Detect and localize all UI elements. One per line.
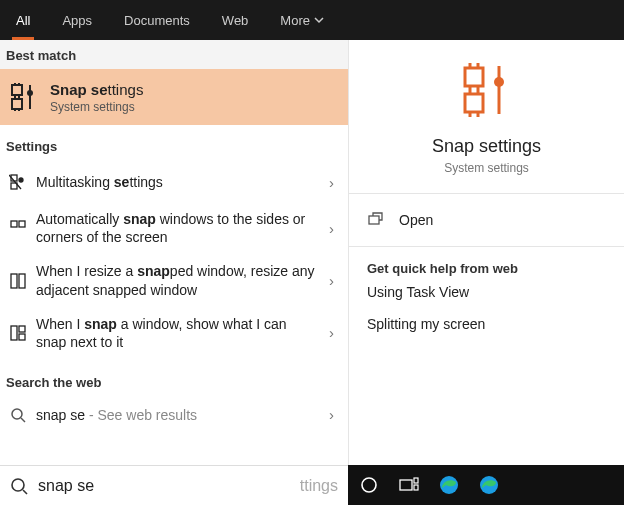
svg-line-22 — [21, 418, 25, 422]
tab-apps[interactable]: Apps — [46, 0, 108, 40]
chevron-right-icon: › — [323, 272, 340, 289]
web-result-label: snap se - See web results — [36, 407, 323, 423]
cortana-icon[interactable] — [358, 474, 380, 496]
chevron-right-icon: › — [323, 220, 340, 237]
quick-help-header: Get quick help from web — [367, 261, 606, 276]
svg-rect-0 — [12, 85, 22, 95]
svg-rect-18 — [11, 326, 17, 340]
svg-point-32 — [494, 77, 504, 87]
svg-rect-37 — [400, 480, 412, 490]
settings-item[interactable]: Multitasking settings › — [0, 162, 348, 202]
svg-rect-20 — [19, 334, 25, 340]
settings-item[interactable]: Automatically snap windows to the sides … — [0, 202, 348, 254]
snap-settings-icon — [6, 79, 42, 115]
best-match-header: Best match — [0, 40, 348, 69]
svg-rect-15 — [19, 221, 25, 227]
task-view-icon[interactable] — [398, 474, 420, 496]
preview-actions: Open — [349, 194, 624, 247]
svg-rect-16 — [11, 274, 17, 288]
svg-rect-24 — [465, 94, 483, 112]
svg-point-36 — [362, 478, 376, 492]
svg-rect-39 — [414, 485, 418, 490]
tab-web[interactable]: Web — [206, 0, 265, 40]
search-box[interactable]: snap settings — [0, 465, 348, 505]
open-action[interactable]: Open — [367, 204, 606, 236]
settings-item-label: Automatically snap windows to the sides … — [36, 210, 323, 246]
search-icon — [10, 477, 28, 495]
settings-item[interactable]: When I resize a snapped window, resize a… — [0, 254, 348, 306]
search-icon — [6, 407, 30, 423]
best-match-subtitle: System settings — [50, 100, 143, 114]
snap-settings-icon — [457, 60, 517, 120]
svg-point-21 — [12, 409, 22, 419]
edge-icon[interactable] — [478, 474, 500, 496]
svg-rect-1 — [12, 99, 22, 109]
snap-icon — [6, 219, 30, 237]
multitasking-icon — [6, 173, 30, 191]
svg-rect-23 — [465, 68, 483, 86]
search-web-header: Search the web — [0, 359, 348, 398]
preview-subtitle: System settings — [444, 161, 529, 175]
taskbar — [348, 465, 624, 505]
search-tabs: All Apps Documents Web More — [0, 0, 624, 40]
best-match-text: Snap settings System settings — [50, 81, 143, 114]
preview-pane: Snap settings System settings Open Get q… — [348, 40, 624, 465]
quick-help-link[interactable]: Splitting my screen — [367, 308, 606, 340]
best-match-title: Snap settings — [50, 81, 143, 98]
svg-rect-14 — [11, 221, 17, 227]
tab-more-label: More — [280, 13, 310, 28]
chevron-right-icon: › — [323, 174, 340, 191]
results-left-pane: Best match Snap settings System settings — [0, 40, 348, 465]
tab-documents[interactable]: Documents — [108, 0, 206, 40]
settings-header: Settings — [0, 125, 348, 162]
tab-all[interactable]: All — [0, 0, 46, 40]
svg-point-9 — [27, 90, 33, 96]
chevron-right-icon: › — [323, 324, 340, 341]
preview-title: Snap settings — [432, 136, 541, 157]
settings-item-label: When I resize a snapped window, resize a… — [36, 262, 323, 298]
settings-item[interactable]: When I snap a window, show what I can sn… — [0, 307, 348, 359]
chevron-right-icon: › — [323, 406, 340, 423]
bottom-bar: snap settings — [0, 465, 624, 505]
best-match-item[interactable]: Snap settings System settings — [0, 69, 348, 125]
snap-resize-icon — [6, 272, 30, 290]
svg-rect-38 — [414, 478, 418, 483]
quick-help: Get quick help from web Using Task View … — [349, 247, 624, 354]
svg-point-34 — [12, 479, 24, 491]
settings-item-label: Multitasking settings — [36, 173, 323, 191]
settings-item-label: When I snap a window, show what I can sn… — [36, 315, 323, 351]
svg-point-13 — [19, 178, 23, 182]
svg-rect-33 — [369, 216, 379, 224]
preview-header: Snap settings System settings — [349, 40, 624, 194]
web-result-item[interactable]: snap se - See web results › — [0, 398, 348, 431]
edge-icon[interactable] — [438, 474, 460, 496]
open-label: Open — [399, 212, 433, 228]
quick-help-link[interactable]: Using Task View — [367, 276, 606, 308]
svg-rect-19 — [19, 326, 25, 332]
chevron-down-icon — [314, 15, 324, 25]
svg-rect-17 — [19, 274, 25, 288]
tab-more[interactable]: More — [264, 0, 340, 40]
svg-line-35 — [23, 490, 27, 494]
open-icon — [367, 212, 389, 228]
snap-assist-icon — [6, 324, 30, 342]
